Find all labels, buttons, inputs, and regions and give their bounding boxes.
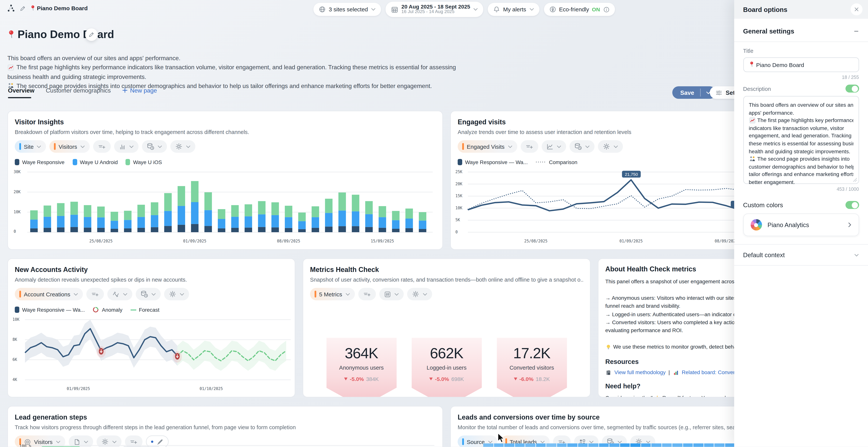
bar-segment[interactable] [178,225,185,232]
legend-item[interactable]: Forecast [130,307,160,313]
methodology-link[interactable]: View full methodology [614,370,666,375]
bar-segment[interactable] [30,210,38,220]
edit-board-icon[interactable] [19,5,26,12]
heatmap-cell[interactable] [662,443,673,447]
bar-segment[interactable] [111,229,118,232]
funnel-bar-reached[interactable] [41,446,80,447]
bar-segment[interactable] [57,216,65,227]
heatmap-cell[interactable] [620,443,630,447]
heatmap-cell[interactable] [672,443,683,447]
bar-segment[interactable] [137,228,145,232]
bar-segment[interactable] [30,220,38,228]
bar-segment[interactable] [151,202,158,215]
bar-segment[interactable] [245,204,252,217]
legend-item[interactable]: Waye U Android [72,159,118,165]
bar-segment[interactable] [419,229,427,232]
bar-segment[interactable] [57,203,65,216]
bar-segment[interactable] [231,205,239,217]
bar-segment[interactable] [338,226,346,232]
bar-segment[interactable] [352,195,360,212]
bar-segment[interactable] [218,219,225,228]
bar-segment[interactable] [111,212,118,221]
piano-analytics-logo-icon[interactable] [7,4,15,12]
save-button[interactable]: Save [672,86,716,99]
bar-segment[interactable] [285,206,292,217]
bar-segment[interactable] [285,228,292,232]
bar-segment[interactable] [151,215,158,227]
chip-engaged-visits[interactable]: Engaged Visits [458,140,517,153]
color-theme-selector[interactable]: Piano Analytics [743,214,859,236]
bar-segment[interactable] [312,217,319,228]
bar-segment[interactable] [124,220,131,228]
bar-segment[interactable] [312,228,319,232]
kpi-anonymous-users[interactable]: 364KAnonymous users-5.0%384K [326,338,397,397]
bar-segment[interactable] [405,219,413,228]
kpi-logged-in-users[interactable]: 662KLogged-in users-5.0%698K [411,338,482,397]
legend-item[interactable]: Waye Responsive — Wa... [15,307,85,313]
chip-number-icon[interactable] [379,288,404,300]
bar-segment[interactable] [271,202,279,215]
bar-segment[interactable] [405,228,413,232]
heatmap-cell[interactable] [683,443,693,447]
bar-segment[interactable] [70,227,78,232]
bar-segment[interactable] [231,228,239,232]
chip-gear-icon[interactable] [170,140,195,153]
bar-segment[interactable] [312,206,319,217]
bar-segment[interactable] [43,217,51,228]
heatmap-cell[interactable] [578,443,588,447]
bar-segment[interactable] [164,211,172,226]
tab-customer-demographics[interactable]: Customer demographics [46,87,111,98]
chip-bar-chart-icon[interactable] [114,140,138,153]
custom-colors-toggle[interactable] [845,201,859,209]
chip-filter-plus-icon[interactable] [358,288,376,300]
chip-database-clock-icon[interactable] [135,288,160,300]
chip-site[interactable]: Site [15,140,46,153]
bar-segment[interactable] [151,227,158,232]
bar-segment[interactable] [392,211,400,220]
bar-segment[interactable] [365,214,373,227]
heatmap-cell[interactable] [641,443,651,447]
board-description-textarea[interactable]: This board offers an overview of our sit… [743,96,859,184]
bar-segment[interactable] [258,215,266,227]
bar-segment[interactable] [191,224,198,232]
edit-title-button[interactable] [85,28,98,41]
bar-segment[interactable] [325,213,333,226]
bar-segment[interactable] [419,212,427,221]
heatmap-cell[interactable] [525,443,536,447]
bar-segment[interactable] [338,192,346,211]
heatmap-cell[interactable] [630,443,641,447]
bar-segment[interactable] [191,202,198,224]
bar-segment[interactable] [365,201,373,214]
tab-overview[interactable]: Overview [8,87,34,98]
bar-segment[interactable] [258,227,266,232]
bar-segment[interactable] [164,226,172,232]
bar-segment[interactable] [365,227,373,232]
bar-segment[interactable] [298,229,306,232]
bar-segment[interactable] [378,206,386,217]
bar-segment[interactable] [84,205,91,217]
description-toggle[interactable] [845,85,859,93]
heatmap-cell[interactable] [536,443,547,447]
bar-segment[interactable] [43,228,51,232]
bar-segment[interactable] [392,220,400,229]
bar-segment[interactable] [245,216,252,227]
bar-segment[interactable] [258,201,266,215]
chip-gear-icon[interactable] [164,288,189,300]
heatmap-row[interactable] [483,443,749,447]
heatmap-cell[interactable] [609,443,620,447]
legend-item[interactable]: Anomaly [93,307,122,313]
comparison-line[interactable] [468,188,740,209]
close-panel-button[interactable] [850,3,862,15]
bar-segment[interactable] [325,226,333,232]
tab-new-page[interactable]: New page [122,87,157,98]
bar-segment[interactable] [205,210,212,226]
bar-segment[interactable] [419,221,427,229]
bar-segment[interactable] [70,202,78,215]
chip-filter-plus-icon[interactable] [93,140,111,153]
chip-5-metrics[interactable]: 5 Metrics [310,288,355,300]
chip-anomaly-line-icon[interactable] [107,288,132,300]
bar-segment[interactable] [392,229,400,232]
eco-friendly-toggle[interactable]: Eco-friendly ON [544,3,615,16]
bar-segment[interactable] [205,226,212,232]
heatmap-cell[interactable] [693,443,704,447]
